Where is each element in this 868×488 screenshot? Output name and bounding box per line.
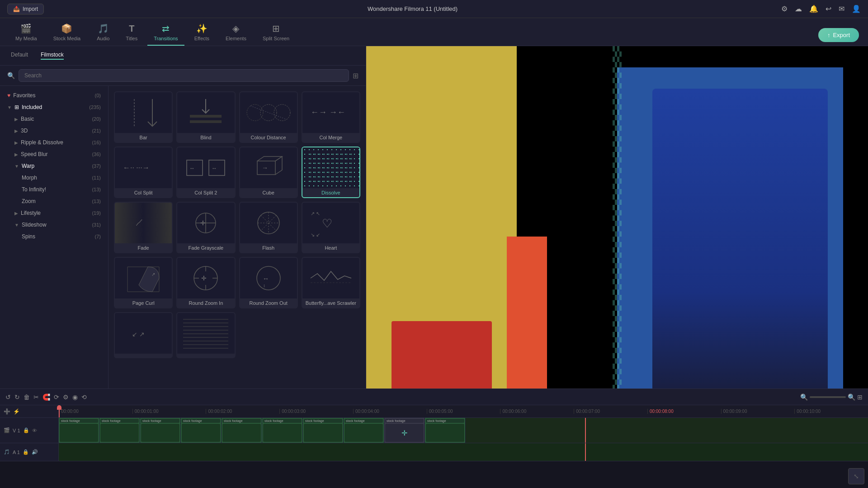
cat-included-count: (235) — [89, 104, 101, 110]
svg-text:⟋: ⟋ — [133, 215, 145, 229]
tab-titles[interactable]: T Titles — [119, 20, 144, 46]
tl-cut-button[interactable]: ✂ — [33, 393, 39, 401]
transition-heart[interactable]: ↗ ↖ ♡ ↘ ↙ Heart — [302, 202, 360, 253]
tl-delete-button[interactable]: 🗑 — [24, 393, 30, 401]
category-lifestyle[interactable]: ▶ Lifestyle (19) — [0, 207, 108, 219]
category-warp[interactable]: ▼ Warp (37) — [0, 160, 108, 172]
category-3d[interactable]: ▶ 3D (21) — [0, 125, 108, 137]
import-button[interactable]: 📥 Import — [7, 4, 44, 14]
bell-icon[interactable]: 🔔 — [809, 5, 818, 13]
transition-col-merge[interactable]: ←→ →← Col Merge — [302, 91, 360, 143]
thumb-2: stock footage — [99, 418, 140, 443]
transition-item17[interactable]: ↙ ↗ — [114, 312, 173, 358]
cat-to-infinity-label: To Infinity! — [22, 186, 46, 193]
transition-flash[interactable]: Flash — [239, 202, 298, 253]
category-included[interactable]: ▼ ⊞ Included (235) — [0, 101, 108, 113]
colour-distance-thumb — [240, 92, 297, 133]
svg-text:↘       ↙: ↘ ↙ — [311, 232, 320, 237]
transition-page-curl[interactable]: ↗ Page Curl — [114, 257, 173, 308]
audio-mute-icon[interactable]: 🔊 — [32, 449, 38, 455]
mail-icon[interactable]: ✉ — [839, 5, 844, 13]
filter-filmstock[interactable]: Filmstock — [37, 50, 67, 62]
video-track-content[interactable]: stock footage stock footage stock footag… — [59, 418, 868, 443]
transition-col-split[interactable]: ←·· ···→ Col Split — [114, 147, 173, 198]
tab-effects[interactable]: ✨ Effects — [188, 19, 216, 46]
heart-icon: ♥ — [7, 92, 10, 99]
item17-thumb: ↙ ↗ — [115, 313, 172, 354]
tl-magnet-button[interactable]: 🧲 — [42, 393, 50, 401]
transition-cube[interactable]: → Cube — [239, 147, 298, 198]
tl-restore-button[interactable]: ⟳ — [54, 393, 59, 401]
undo-icon[interactable]: ↩ — [826, 5, 831, 13]
tab-elements[interactable]: ◈ Elements — [219, 19, 253, 46]
category-favorites[interactable]: ♥ Favorites (0) — [0, 90, 108, 101]
bar-thumb — [115, 92, 172, 133]
transition-round-zoom-in[interactable]: ✛ Round Zoom In — [176, 257, 235, 308]
category-morph[interactable]: Morph (11) — [0, 172, 108, 184]
thumb-3: stock footage — [140, 418, 181, 443]
category-to-infinity[interactable]: To Infinity! (13) — [0, 184, 108, 195]
transition-bar[interactable]: Bar — [114, 91, 173, 143]
transition-butterfly[interactable]: Butterfly...ave Scrawler — [302, 257, 360, 308]
tl-grid-button[interactable]: ⊞ — [857, 393, 863, 401]
thumb-6: stock footage — [262, 418, 303, 443]
tab-split-screen[interactable]: ⊞ Split Screen — [256, 19, 296, 46]
cat-3d-count: (21) — [92, 128, 101, 133]
add-track-icon[interactable]: ➕ — [4, 408, 10, 415]
audio-lock-icon[interactable]: 🔒 — [23, 449, 29, 455]
round-zoom-out-label: Round Zoom Out — [240, 298, 297, 308]
tl-redo-button[interactable]: ↻ — [14, 393, 20, 401]
settings-icon[interactable]: ⚙ — [781, 5, 788, 13]
round-zoom-out-thumb: ↔ ↕ — [240, 258, 297, 298]
cloud-icon[interactable]: ☁ — [795, 5, 802, 13]
user-icon[interactable]: 👤 — [852, 5, 861, 13]
search-bar: 🔍 ⊞ — [0, 66, 366, 86]
corner-icon[interactable]: ⤡ — [848, 468, 864, 484]
grid-view-button[interactable]: ⊞ — [353, 71, 359, 80]
svg-text:↗: ↗ — [151, 272, 155, 277]
tl-zoom-in-button[interactable]: 🔍 — [848, 393, 855, 401]
elements-icon: ◈ — [232, 23, 239, 34]
tab-my-media[interactable]: 🎬 My Media — [9, 19, 43, 46]
flash-thumb — [240, 203, 297, 243]
transition-item18[interactable] — [176, 312, 235, 358]
search-input[interactable] — [19, 69, 349, 82]
transition-col-split-2[interactable]: ↔ ↔ Col Split 2 — [176, 147, 235, 198]
transition-dissolve[interactable]: Dissolve — [302, 147, 360, 198]
transition-blind[interactable]: Blind — [176, 91, 235, 143]
tl-undo-button[interactable]: ↺ — [5, 393, 11, 401]
video-lock-icon[interactable]: 🔒 — [23, 427, 29, 433]
tab-stock-media[interactable]: 📦 Stock Media — [47, 19, 87, 46]
tl-zoom-slider[interactable] — [810, 396, 846, 398]
tab-transitions[interactable]: ⇄ Transitions — [147, 19, 184, 46]
video-mute-icon[interactable]: 👁 — [32, 428, 37, 433]
tl-adjust-button[interactable]: ⚙ — [63, 393, 69, 401]
cat-slideshow-count: (31) — [92, 222, 101, 227]
grid: Bar Blind — [114, 91, 360, 358]
transition-round-zoom-out[interactable]: ↔ ↕ Round Zoom Out — [239, 257, 298, 308]
category-zoom[interactable]: Zoom (13) — [0, 195, 108, 207]
category-ripple[interactable]: ▶ Ripple & Dissolve (16) — [0, 137, 108, 148]
category-basic[interactable]: ▶ Basic (20) — [0, 113, 108, 125]
transition-colour-distance[interactable]: Colour Distance — [239, 91, 298, 143]
magnet-icon[interactable]: ⚡ — [13, 408, 20, 415]
filter-default[interactable]: Default — [7, 50, 32, 62]
tl-circle-button[interactable]: ◉ — [72, 393, 78, 401]
export-button[interactable]: ↑ Export — [818, 28, 859, 42]
svg-point-6 — [260, 104, 277, 121]
blind-thumb — [177, 92, 234, 133]
tab-audio[interactable]: 🎵 Audio — [90, 19, 116, 46]
page-curl-label: Page Curl — [115, 298, 172, 308]
tl-zoom-out-button[interactable]: 🔍 — [800, 393, 808, 401]
audio-icon: 🎵 — [98, 23, 109, 34]
category-slideshow[interactable]: ▼ Slideshow (31) — [0, 219, 108, 231]
audio-track-content[interactable] — [59, 443, 868, 461]
transition-fade[interactable]: ⟋ Fade — [114, 202, 173, 253]
chevron-down-icon: ▼ — [14, 164, 19, 169]
category-spins[interactable]: Spins (7) — [0, 231, 108, 242]
fade-grayscale-label: Fade Grayscale — [177, 243, 234, 252]
tl-replay-button[interactable]: ⟲ — [81, 393, 87, 401]
export-label: Export — [833, 32, 850, 38]
category-speed-blur[interactable]: ▶ Speed Blur (36) — [0, 148, 108, 160]
transition-fade-grayscale[interactable]: ✛ Fade Grayscale — [176, 202, 235, 253]
